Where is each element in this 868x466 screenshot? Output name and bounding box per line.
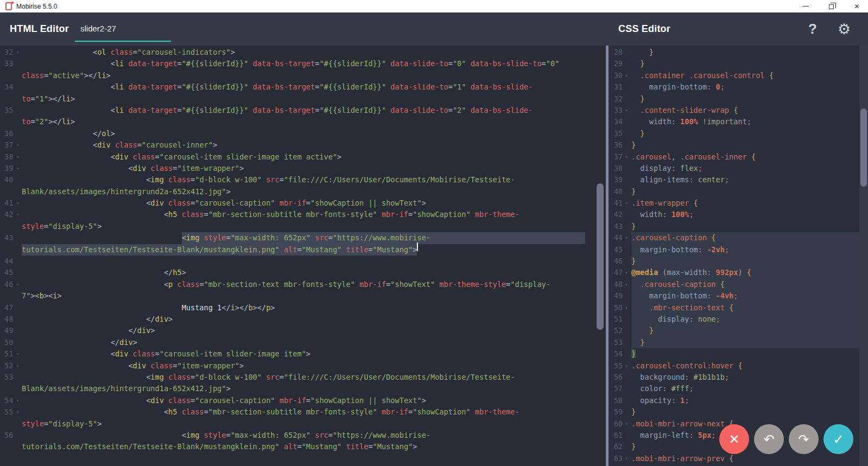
undo-button[interactable]: ↶ [754, 424, 784, 454]
code-line[interactable]: 41▾ <div class="carousel-caption" mbr-if… [0, 197, 585, 209]
code-line[interactable]: 56 background: #1b1b1b; [609, 372, 859, 383]
html-code-editor[interactable]: 32▾ <ol class="carousel-indicators">33 <… [0, 46, 606, 466]
fold-arrow-icon[interactable]: ▾ [623, 279, 630, 290]
code-line[interactable]: 36 </ol> [0, 128, 585, 139]
fold-arrow-icon[interactable]: ▾ [14, 197, 22, 209]
code-line[interactable]: Blank/assets/images/hintergrund1a-652x41… [0, 383, 585, 394]
code-line[interactable]: 31 margin-bottom: 0; [609, 81, 859, 93]
code-line[interactable]: 7"><b><i> [0, 290, 585, 302]
code-line[interactable]: 59} [609, 406, 859, 418]
fold-arrow-icon[interactable]: ▾ [623, 232, 630, 244]
code-line[interactable]: tutorials.com/Testseiten/Testseite-Blank… [0, 441, 585, 452]
code-line[interactable]: to="2"></li> [0, 116, 585, 127]
code-line[interactable]: 57 color: #fff; [609, 383, 859, 394]
fold-arrow-icon[interactable]: ▾ [14, 47, 22, 58]
fold-arrow-icon[interactable]: ▾ [623, 302, 630, 314]
code-line[interactable]: 51 display: none; [609, 314, 859, 325]
code-line[interactable]: 54} [609, 348, 859, 360]
code-line[interactable]: 34 width: 100% !important; [609, 116, 859, 127]
help-icon[interactable]: ? [803, 21, 822, 37]
code-line[interactable]: 29 } [609, 58, 859, 69]
code-line[interactable]: 53 } [609, 337, 859, 348]
code-line[interactable]: 44▾.carousel-caption { [609, 232, 859, 244]
fold-arrow-icon[interactable]: ▾ [14, 139, 22, 151]
code-line[interactable]: 37▾.carousel, .carousel-inner { [609, 151, 859, 163]
restore-button[interactable] [828, 3, 835, 10]
code-line[interactable]: 50▾ .mbr-section-text { [609, 302, 859, 314]
code-line[interactable]: 47 Mustang 1</i></b></p> [0, 302, 585, 314]
css-editor-scrollbar-thumb[interactable] [860, 108, 867, 187]
code-line[interactable]: 43 <img style="max-width: 652px" src="ht… [0, 232, 585, 244]
code-line[interactable]: style="display-5"> [0, 221, 585, 232]
fold-arrow-icon[interactable]: ▾ [14, 348, 22, 360]
close-button[interactable]: ✕ [853, 3, 860, 10]
code-line[interactable]: 40 <img class="d-block w-100" src="file:… [0, 174, 585, 186]
tab-slider2-27[interactable]: slider2-27 [75, 12, 171, 46]
code-line[interactable]: 51▾ <div class="carousel-item slider-ima… [0, 348, 585, 360]
code-line[interactable]: 33▾ .content-slider-wrap { [609, 105, 859, 116]
code-line[interactable]: 46} [609, 256, 859, 267]
fold-arrow-icon[interactable]: ▾ [623, 453, 630, 464]
code-line[interactable]: 54▾ <div class="carousel-caption" mbr-if… [0, 395, 585, 406]
code-line[interactable]: 38 display: flex; [609, 163, 859, 174]
code-line[interactable]: 47▾@media (max-width: 992px) { [609, 267, 859, 278]
code-line[interactable]: 55▾ <h5 class="mbr-section-subtitle mbr-… [0, 406, 585, 418]
code-line[interactable]: 35 } [609, 128, 859, 139]
code-line[interactable]: 37▾ <div class="carousel-inner"> [0, 139, 585, 151]
fold-arrow-icon[interactable]: ▾ [623, 360, 630, 372]
code-line[interactable]: to="1"></li> [0, 93, 585, 105]
code-line[interactable]: 49 margin-bottom: -4vh; [609, 290, 859, 302]
code-line[interactable]: 33 <li data-target="#{{sliderId}}" data-… [0, 58, 585, 69]
code-line[interactable]: 53 <img class="d-block w-100" src="file:… [0, 372, 585, 383]
code-line[interactable]: 63▾.mobi-mbri-arrow-prev { [609, 453, 859, 464]
code-line[interactable]: 49 </div> [0, 325, 585, 336]
code-line[interactable]: 28 } [609, 47, 859, 58]
code-line[interactable]: 42▾ <h5 class="mbr-section-subtitle mbr-… [0, 209, 585, 220]
code-line[interactable]: 45 </h5> [0, 267, 585, 278]
code-line[interactable]: 46▾ <p class="mbr-section-text mbr-fonts… [0, 279, 585, 290]
redo-button[interactable]: ↷ [789, 424, 819, 454]
code-line[interactable]: 32 } [609, 93, 859, 105]
code-line[interactable]: 42 width: 100%; [609, 209, 859, 220]
code-line[interactable]: style="display-5"> [0, 418, 585, 430]
fold-arrow-icon[interactable]: ▾ [14, 279, 22, 290]
css-editor-scrollbar-track[interactable] [859, 46, 868, 466]
code-line[interactable]: 58 opacity: 1; [609, 395, 859, 406]
settings-gear-icon[interactable]: ⚙ [834, 21, 854, 38]
fold-arrow-icon[interactable]: ▾ [623, 151, 630, 163]
code-line[interactable]: 50 </div> [0, 337, 585, 348]
fold-arrow-icon[interactable]: ▾ [14, 209, 22, 220]
cancel-button[interactable]: ✕ [719, 424, 749, 454]
fold-arrow-icon[interactable]: ▾ [14, 360, 22, 372]
code-line[interactable]: 52 } [609, 325, 859, 336]
code-line[interactable]: class="active"></li> [0, 70, 585, 81]
code-line[interactable]: 35 <li data-target="#{{sliderId}}" data-… [0, 105, 585, 116]
fold-arrow-icon[interactable]: ▾ [623, 197, 630, 209]
code-line[interactable]: 30▾ .container .carousel-control { [609, 70, 859, 81]
fold-arrow-icon[interactable]: ▾ [14, 163, 22, 174]
fold-arrow-icon[interactable]: ▾ [14, 395, 22, 406]
code-line[interactable]: 48 </div> [0, 314, 585, 325]
code-line[interactable]: 40} [609, 186, 859, 197]
code-line[interactable]: 34 <li data-target="#{{sliderId}}" data-… [0, 81, 585, 93]
fold-arrow-icon[interactable]: ▾ [14, 151, 22, 163]
confirm-button[interactable]: ✓ [823, 424, 853, 454]
code-line[interactable]: 39 align-items: center; [609, 174, 859, 186]
fold-arrow-icon[interactable]: ▾ [623, 70, 630, 81]
code-line[interactable]: tutorials.com/Testseiten/Testseite-Blank… [0, 244, 585, 256]
code-line[interactable]: 39▾ <div class="item-wrapper"> [0, 163, 585, 174]
html-editor-scrollbar-thumb[interactable] [597, 183, 604, 330]
fold-arrow-icon[interactable]: ▾ [623, 267, 630, 278]
code-line[interactable]: 38▾ <div class="carousel-item slider-ima… [0, 151, 585, 163]
code-line[interactable]: 56 <img style="max-width: 652px" src="ht… [0, 430, 585, 441]
code-line[interactable]: 36} [609, 139, 859, 151]
code-line[interactable]: 45 margin-bottom: -2vh; [609, 244, 859, 256]
css-code-editor[interactable]: 28 }29 }30▾ .container .carousel-control… [609, 46, 868, 466]
code-line[interactable]: 44 [0, 256, 585, 267]
code-line[interactable]: 55▾.carousel-control:hover { [609, 360, 859, 372]
code-line[interactable]: Blank/assets/images/hintergrund2a-652x41… [0, 186, 585, 197]
fold-arrow-icon[interactable]: ▾ [14, 406, 22, 418]
code-line[interactable]: 48▾ .carousel-caption { [609, 279, 859, 290]
code-line[interactable]: 41▾.item-wrapper { [609, 197, 859, 209]
code-line[interactable]: 43} [609, 221, 859, 232]
